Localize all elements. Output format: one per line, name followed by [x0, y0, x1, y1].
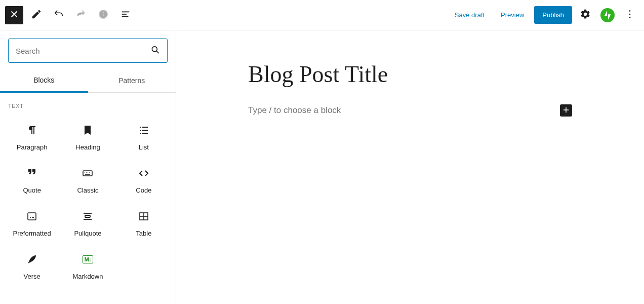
undo-icon	[53, 9, 64, 21]
search-input[interactable]	[8, 39, 168, 63]
block-label: Markdown	[73, 273, 103, 280]
code-icon	[138, 167, 150, 179]
block-markdown[interactable]: M↓ Markdown	[60, 244, 115, 287]
block-paragraph[interactable]: Paragraph	[4, 115, 60, 158]
jetpack-button[interactable]	[598, 6, 617, 24]
svg-point-7	[629, 14, 631, 15]
toolbar-right: Save draft Preview Publish	[449, 6, 639, 24]
close-inserter-button[interactable]	[5, 6, 23, 24]
block-verse[interactable]: Verse	[4, 244, 60, 287]
block-grid: Paragraph Heading List Quote	[0, 111, 176, 291]
pencil-icon	[31, 9, 42, 21]
block-classic[interactable]: Classic	[60, 158, 115, 201]
svg-point-9	[152, 47, 157, 52]
svg-point-6	[629, 10, 631, 12]
editor-canvas[interactable]: Blog Post Title Type / to choose a block	[176, 30, 644, 304]
block-label: Quote	[23, 186, 41, 194]
pilcrow-icon	[26, 124, 38, 136]
block-label: Pullquote	[74, 230, 101, 237]
tab-patterns[interactable]: Patterns	[88, 69, 176, 92]
block-table[interactable]: Table	[116, 201, 172, 244]
block-label: Heading	[75, 143, 100, 151]
block-code[interactable]: Code	[116, 158, 172, 201]
add-block-button[interactable]	[560, 104, 572, 117]
svg-point-2	[103, 12, 103, 13]
inserter-panel: Blocks Patterns TEXT Paragraph Heading	[0, 30, 176, 304]
top-toolbar: Save draft Preview Publish	[0, 0, 644, 30]
toolbar-left	[5, 6, 135, 24]
svg-point-8	[629, 17, 631, 18]
table-icon	[138, 210, 150, 222]
main-area: Blocks Patterns TEXT Paragraph Heading	[0, 30, 644, 304]
undo-button[interactable]	[50, 6, 68, 24]
block-label: Table	[136, 230, 151, 237]
block-quote[interactable]: Quote	[4, 158, 60, 201]
plus-icon	[561, 105, 571, 116]
block-list[interactable]: List	[116, 115, 172, 158]
block-label: Preformatted	[13, 230, 51, 237]
info-icon	[98, 9, 109, 21]
block-label: Paragraph	[17, 143, 48, 151]
outline-button[interactable]	[116, 6, 135, 24]
list-icon	[138, 124, 150, 136]
block-prompt[interactable]: Type / to choose a block	[248, 105, 554, 116]
block-pullquote[interactable]: Pullquote	[60, 201, 115, 244]
keyboard-icon	[82, 167, 94, 179]
search-icon	[150, 45, 160, 57]
svg-rect-27	[85, 215, 90, 217]
block-label: Verse	[24, 273, 41, 280]
save-draft-button[interactable]: Save draft	[449, 7, 491, 23]
block-heading[interactable]: Heading	[60, 115, 115, 158]
post-content: Blog Post Title Type / to choose a block	[243, 61, 577, 117]
gear-icon	[580, 9, 591, 21]
svg-rect-23	[28, 213, 36, 220]
svg-rect-17	[83, 171, 92, 176]
inserter-tabs: Blocks Patterns	[0, 69, 176, 93]
block-label: List	[139, 143, 149, 151]
default-block-row: Type / to choose a block	[248, 104, 572, 117]
kebab-icon	[624, 9, 635, 21]
block-preformatted[interactable]: Preformatted	[4, 201, 60, 244]
publish-button[interactable]: Publish	[534, 6, 572, 24]
tab-blocks[interactable]: Blocks	[0, 69, 88, 93]
category-text-label: TEXT	[0, 93, 176, 111]
info-button[interactable]	[94, 6, 112, 24]
feather-icon	[26, 253, 38, 265]
search-field-wrap	[8, 39, 168, 63]
close-icon	[9, 9, 20, 21]
bookmark-icon	[82, 124, 94, 136]
markdown-icon: M↓	[83, 253, 94, 265]
block-label: Code	[136, 186, 151, 194]
more-options-button[interactable]	[621, 6, 639, 24]
redo-icon	[75, 9, 87, 21]
settings-button[interactable]	[576, 6, 594, 24]
jetpack-icon	[600, 8, 615, 22]
quote-icon	[26, 167, 38, 179]
preview-button[interactable]: Preview	[495, 7, 530, 23]
preformatted-icon	[26, 210, 38, 222]
redo-button[interactable]	[72, 6, 90, 24]
post-title-input[interactable]: Blog Post Title	[248, 61, 572, 89]
block-label: Classic	[77, 186, 99, 194]
svg-line-10	[156, 51, 159, 54]
list-view-icon	[120, 9, 131, 21]
pullquote-icon	[82, 210, 94, 222]
edit-tool-button[interactable]	[27, 6, 46, 24]
